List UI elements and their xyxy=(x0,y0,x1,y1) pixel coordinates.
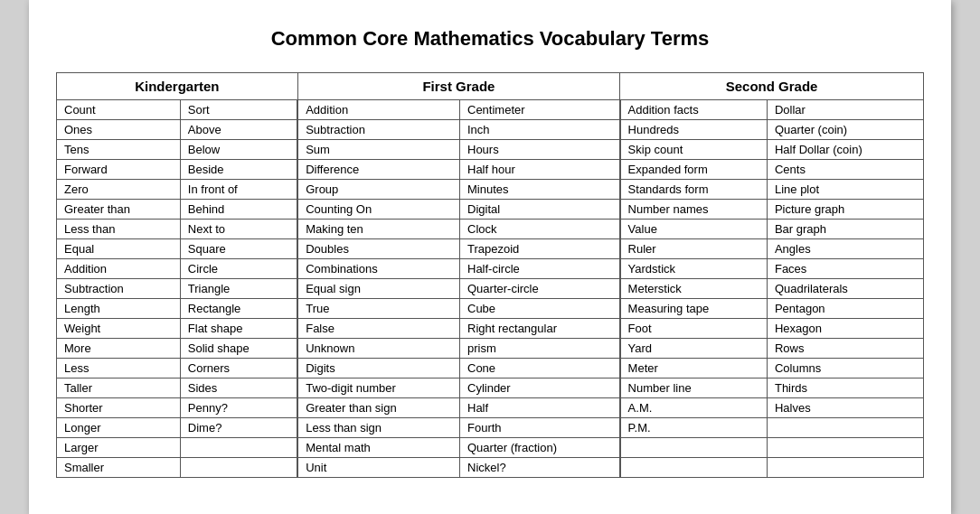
table-cell: Zero xyxy=(57,180,181,200)
table-cell: Behind xyxy=(180,200,297,220)
header-first-grade: First Grade xyxy=(297,73,619,100)
table-cell: Trapezoid xyxy=(460,239,620,259)
table-cell: Dime? xyxy=(180,418,297,438)
page: Common Core Mathematics Vocabulary Terms… xyxy=(29,0,951,514)
table-cell: Minutes xyxy=(460,180,620,200)
table-cell: Doubles xyxy=(297,239,459,259)
table-cell: Meter xyxy=(620,359,768,378)
table-cell: Value xyxy=(620,220,768,239)
table-cell: Inch xyxy=(460,120,620,140)
table-cell: Quarter (fraction) xyxy=(460,438,620,458)
table-cell: Hours xyxy=(460,140,620,160)
table-row: AdditionCircleCombinationsHalf-circleYar… xyxy=(57,259,924,279)
table-cell: Larger xyxy=(57,438,181,458)
table-cell: Nickel? xyxy=(460,458,620,478)
table-cell: P.M. xyxy=(620,418,768,438)
table-cell: Half hour xyxy=(460,160,620,180)
table-cell xyxy=(767,418,923,438)
table-cell: Group xyxy=(297,180,459,200)
table-cell: Unknown xyxy=(297,339,459,359)
table-cell: Weight xyxy=(57,319,181,339)
table-cell: Sides xyxy=(180,378,297,398)
table-cell: Expanded form xyxy=(620,160,768,180)
table-row: EqualSquareDoublesTrapezoidRulerAngles xyxy=(57,239,924,259)
table-row: SubtractionTriangleEqual signQuarter-cir… xyxy=(57,279,924,299)
table-cell: Difference xyxy=(297,160,459,180)
table-cell: Square xyxy=(180,239,297,259)
table-cell: Above xyxy=(180,120,297,140)
table-cell: Right rectangular xyxy=(460,319,620,339)
table-row: LessCornersDigitsConeMeterColumns xyxy=(57,359,924,378)
table-cell: Less than xyxy=(57,220,181,239)
table-cell: Solid shape xyxy=(180,339,297,359)
table-cell: Subtraction xyxy=(297,120,459,140)
table-cell: Skip count xyxy=(620,140,768,160)
table-cell: Number line xyxy=(620,378,768,398)
table-cell: Beside xyxy=(180,160,297,180)
table-row: Greater thanBehindCounting OnDigitalNumb… xyxy=(57,200,924,220)
table-cell: Yardstick xyxy=(620,259,768,279)
table-cell: Hexagon xyxy=(767,319,923,339)
table-cell: Subtraction xyxy=(57,279,181,299)
table-cell: Ruler xyxy=(620,239,768,259)
table-cell: Line plot xyxy=(767,180,923,200)
table-cell: Pentagon xyxy=(767,299,923,319)
table-cell: Sort xyxy=(180,100,297,120)
table-row: LengthRectangleTrueCubeMeasuring tapePen… xyxy=(57,299,924,319)
header-row: Kindergarten First Grade Second Grade xyxy=(57,73,924,100)
table-cell xyxy=(767,438,923,458)
table-cell: Quarter-circle xyxy=(460,279,620,299)
table-cell: Combinations xyxy=(297,259,459,279)
table-cell: Picture graph xyxy=(767,200,923,220)
table-cell: Mental math xyxy=(297,438,459,458)
table-cell: Less than sign xyxy=(297,418,459,438)
table-cell: Digits xyxy=(297,359,459,378)
table-cell: Foot xyxy=(620,319,768,339)
table-row: TensBelowSumHoursSkip countHalf Dollar (… xyxy=(57,140,924,160)
table-cell: Greater than sign xyxy=(297,398,459,418)
table-row: SmallerUnitNickel? xyxy=(57,458,924,478)
table-cell: Greater than xyxy=(57,200,181,220)
table-row: ForwardBesideDifferenceHalf hourExpanded… xyxy=(57,160,924,180)
table-cell: False xyxy=(297,319,459,339)
table-cell: Tens xyxy=(57,140,181,160)
table-cell: Cents xyxy=(767,160,923,180)
table-cell: Cube xyxy=(460,299,620,319)
table-cell: Fourth xyxy=(460,418,620,438)
table-row: LargerMental mathQuarter (fraction) xyxy=(57,438,924,458)
table-row: CountSortAdditionCentimeterAddition fact… xyxy=(57,100,924,120)
page-title: Common Core Mathematics Vocabulary Terms xyxy=(56,27,924,51)
table-row: Less thanNext toMaking tenClockValueBar … xyxy=(57,220,924,239)
table-cell: Addition facts xyxy=(620,100,768,120)
table-cell: Measuring tape xyxy=(620,299,768,319)
table-cell xyxy=(620,438,768,458)
table-cell: Half-circle xyxy=(460,259,620,279)
table-cell: Hundreds xyxy=(620,120,768,140)
table-cell: Count xyxy=(57,100,181,120)
table-cell: Standards form xyxy=(620,180,768,200)
table-cell: Counting On xyxy=(297,200,459,220)
table-cell: A.M. xyxy=(620,398,768,418)
table-row: WeightFlat shapeFalseRight rectangularFo… xyxy=(57,319,924,339)
table-cell: Cylinder xyxy=(460,378,620,398)
table-cell: Digital xyxy=(460,200,620,220)
table-cell: Flat shape xyxy=(180,319,297,339)
table-cell: Unit xyxy=(297,458,459,478)
table-cell: Making ten xyxy=(297,220,459,239)
table-cell: Smaller xyxy=(57,458,181,478)
table-cell: Half Dollar (coin) xyxy=(767,140,923,160)
table-cell: Bar graph xyxy=(767,220,923,239)
table-cell: Rows xyxy=(767,339,923,359)
table-cell: Angles xyxy=(767,239,923,259)
table-row: MoreSolid shapeUnknownprismYardRows xyxy=(57,339,924,359)
table-cell: Shorter xyxy=(57,398,181,418)
table-cell: Equal xyxy=(57,239,181,259)
table-cell: Yard xyxy=(620,339,768,359)
header-second-grade: Second Grade xyxy=(620,73,924,100)
table-row: ZeroIn front ofGroupMinutesStandards for… xyxy=(57,180,924,200)
table-cell: Corners xyxy=(180,359,297,378)
table-cell: True xyxy=(297,299,459,319)
table-row: ShorterPenny?Greater than signHalfA.M.Ha… xyxy=(57,398,924,418)
table-cell: Sum xyxy=(297,140,459,160)
table-cell: Less xyxy=(57,359,181,378)
